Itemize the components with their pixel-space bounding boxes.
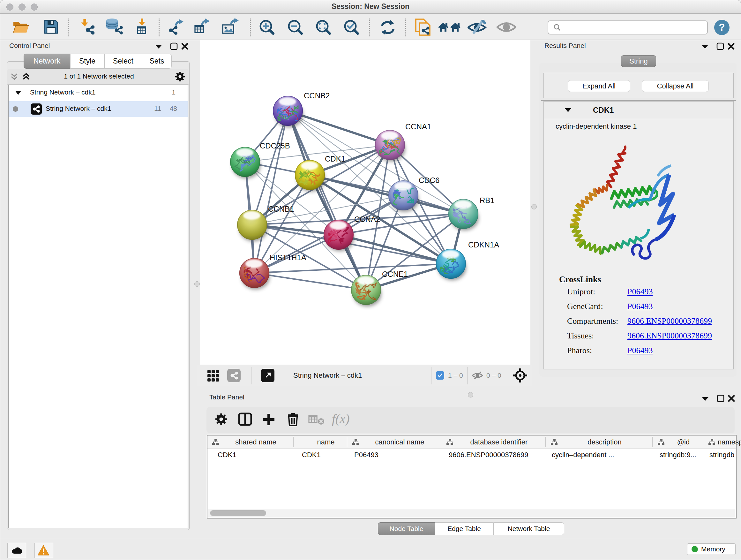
svg-text:CCNA2: CCNA2 bbox=[354, 215, 380, 224]
svg-text:CDKN1A: CDKN1A bbox=[468, 240, 499, 249]
svg-text:RB1: RB1 bbox=[480, 196, 495, 205]
svg-text:CCNE1: CCNE1 bbox=[382, 270, 408, 278]
svg-text:CCNA1: CCNA1 bbox=[405, 122, 431, 131]
svg-text:CCNB2: CCNB2 bbox=[304, 91, 330, 100]
svg-text:HIST1H1A: HIST1H1A bbox=[270, 253, 307, 262]
svg-text:CCNB1: CCNB1 bbox=[268, 205, 294, 213]
svg-text:CDK1: CDK1 bbox=[325, 154, 345, 163]
svg-text:CDC25B: CDC25B bbox=[260, 141, 290, 150]
svg-text:CDC6: CDC6 bbox=[419, 176, 440, 185]
